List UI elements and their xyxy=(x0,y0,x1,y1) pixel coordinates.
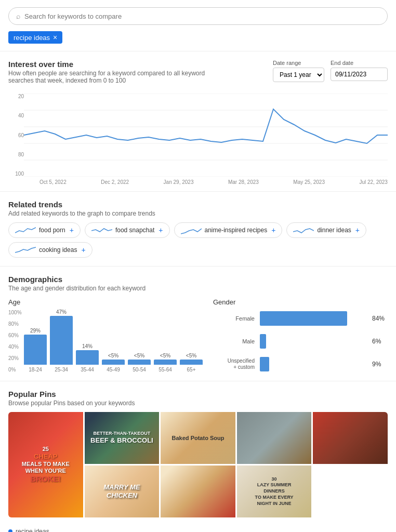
popular-pins-title: Popular Pins xyxy=(8,390,388,398)
y-label-80: 80 xyxy=(8,152,24,157)
trend-tag-anime-recipes[interactable]: anime-inspired recipes + xyxy=(174,222,283,238)
trend-tag-food-porn[interactable]: food porn + xyxy=(8,222,81,238)
gender-bar-male xyxy=(260,334,266,349)
interest-title: Interest over time xyxy=(8,60,206,69)
gender-row-female: Female 84% xyxy=(213,311,388,326)
date-range-control: Date range Past 1 year xyxy=(273,60,324,82)
gender-bar-female xyxy=(260,311,347,326)
pin-chicken-text: MARRY MECHICKEN xyxy=(103,483,140,499)
gender-label-male: Male xyxy=(213,338,255,344)
age-bar-55-64: <5% 55-64 xyxy=(154,353,177,373)
interest-header: Interest over time How often people are … xyxy=(0,54,396,89)
trend-tag-add-4[interactable]: + xyxy=(81,246,85,254)
gender-pct-female: 84% xyxy=(372,315,388,322)
age-bar-25-34: 47% 25-34 xyxy=(50,309,73,373)
gender-chart: Gender Female 84% Male 6% xyxy=(213,298,388,373)
legend-label: recipe ideas xyxy=(16,528,49,532)
interest-subtitle: How often people are searching for a key… xyxy=(8,70,206,84)
gender-pct-unspecified: 9% xyxy=(372,361,388,368)
trend-tag-label-2: anime-inspired recipes xyxy=(205,227,268,234)
legend-dot xyxy=(8,529,12,532)
date-range-select[interactable]: Past 1 year xyxy=(273,68,324,82)
tag-remove-button[interactable]: × xyxy=(53,33,57,42)
chart-svg xyxy=(24,94,388,178)
pin-flatbread[interactable] xyxy=(161,466,235,517)
x-axis-labels: Oct 5, 2022 Dec 2, 2022 Jan 29, 2023 Mar… xyxy=(24,178,388,185)
pins-grid: 25 CHEAP MEALS TO MAKE WHEN YOU'RE BROKE… xyxy=(8,412,388,517)
end-date-input[interactable] xyxy=(331,68,388,81)
search-bar: ⌕ xyxy=(8,7,388,25)
pin-cheap-meals-text: 25 CHEAP MEALS TO MAKE WHEN YOU'RE BROKE… xyxy=(22,446,70,484)
pin-spinach[interactable] xyxy=(313,412,388,464)
related-trends-title: Related trends xyxy=(8,200,388,209)
trend-tag-label-3: dinner ideas xyxy=(317,227,351,234)
x-label-1: Dec 2, 2022 xyxy=(101,179,129,185)
related-trends-section: Related trends Add related keywords to t… xyxy=(0,194,396,264)
trend-tag-add-0[interactable]: + xyxy=(70,226,74,234)
demographics-title: Demographics xyxy=(8,275,388,284)
x-label-4: May 25, 2023 xyxy=(293,179,325,185)
end-date-control: End date xyxy=(331,60,388,81)
trend-tag-label-1: food snapchat xyxy=(115,227,154,234)
search-input[interactable] xyxy=(24,12,380,20)
gender-bars: Female 84% Male 6% Unspecified+ cust xyxy=(213,311,388,371)
x-label-0: Oct 5, 2022 xyxy=(39,179,67,185)
pin-beef-broccoli-text: BETTER-THAN-TAKEOUTBEEF & BROCCOLI xyxy=(90,431,153,446)
age-bar-65plus: <5% 65+ xyxy=(180,353,203,373)
pin-cheap-meals[interactable]: 25 CHEAP MEALS TO MAKE WHEN YOU'RE BROKE… xyxy=(8,412,83,517)
popular-pins-section: Popular Pins Browse popular Pins based o… xyxy=(0,383,396,524)
y-label-20: 20 xyxy=(8,94,24,99)
age-chart-wrapper: 0% 20% 40% 60% 80% 100% 29% 18-24 xyxy=(8,310,203,373)
pin-soup-text: Baked Potato Soup xyxy=(172,434,225,442)
interest-text: Interest over time How often people are … xyxy=(8,60,206,89)
related-trends-subtitle: Add related keywords to the graph to com… xyxy=(8,210,388,217)
y-axis-labels: 100 80 60 40 20 xyxy=(8,94,24,177)
demo-charts: Age 0% 20% 40% 60% 80% 100% 29% 18-24 xyxy=(8,298,388,373)
tag-label: recipe ideas xyxy=(14,34,50,42)
trend-tags: food porn + food snapchat + anime-inspir… xyxy=(8,222,388,258)
age-chart-title: Age xyxy=(8,298,203,306)
date-range-label: Date range xyxy=(273,60,324,66)
gender-label-unspecified: Unspecified+ custom xyxy=(213,358,255,370)
y-label-40: 40 xyxy=(8,113,24,118)
active-tag: recipe ideas × xyxy=(8,31,62,44)
trend-tag-add-2[interactable]: + xyxy=(271,226,275,234)
gender-label-female: Female xyxy=(213,315,255,322)
search-icon: ⌕ xyxy=(16,12,20,20)
pin-steak[interactable] xyxy=(237,412,312,464)
x-label-2: Jan 29, 2023 xyxy=(164,179,194,185)
age-bar-45-49: <5% 45-49 xyxy=(102,353,125,373)
trend-tag-add-1[interactable]: + xyxy=(159,226,163,234)
age-bar-50-54: <5% 50-54 xyxy=(128,353,151,373)
gender-bar-wrap-male xyxy=(260,334,364,349)
age-bar-35-44: 14% 35-44 xyxy=(76,343,99,373)
chart-body: Oct 5, 2022 Dec 2, 2022 Jan 29, 2023 Mar… xyxy=(24,94,388,185)
age-chart: Age 0% 20% 40% 60% 80% 100% 29% 18-24 xyxy=(8,298,203,373)
trend-tag-add-3[interactable]: + xyxy=(355,226,360,234)
x-label-3: Mar 28, 2023 xyxy=(228,179,259,185)
tags-row: recipe ideas × xyxy=(0,29,396,49)
x-label-5: Jul 22, 2023 xyxy=(359,179,388,185)
demographics-section: Demographics The age and gender distribu… xyxy=(0,269,396,379)
age-bars: 29% 18-24 47% 25-34 14% 35-44 xyxy=(24,310,203,373)
gender-bar-wrap-unspecified xyxy=(260,357,364,371)
trend-tag-dinner-ideas[interactable]: dinner ideas + xyxy=(286,222,366,238)
demographics-subtitle: The age and gender distribution for each… xyxy=(8,285,388,292)
trend-tag-label-0: food porn xyxy=(39,227,65,234)
pin-lazy-text: 30LAZY SUMMERDINNERSTO MAKE EVERYNIGHT I… xyxy=(255,476,294,507)
legend-row: recipe ideas xyxy=(0,524,396,532)
age-y-axis: 0% 20% 40% 60% 80% 100% xyxy=(8,310,22,373)
date-controls: Date range Past 1 year End date xyxy=(273,60,388,82)
trend-tag-cooking-ideas[interactable]: cooking ideas + xyxy=(8,242,93,258)
pin-beef-broccoli[interactable]: BETTER-THAN-TAKEOUTBEEF & BROCCOLI xyxy=(85,412,160,464)
pin-marry-me-chicken[interactable]: MARRY MECHICKEN xyxy=(85,466,160,517)
gender-bar-unspecified xyxy=(260,357,269,371)
pin-baked-potato-soup[interactable]: Baked Potato Soup xyxy=(161,412,235,464)
trend-tag-label-4: cooking ideas xyxy=(39,246,77,254)
trend-tag-food-snapchat[interactable]: food snapchat + xyxy=(85,222,170,238)
gender-pct-male: 6% xyxy=(372,338,388,345)
gender-bar-wrap-female xyxy=(260,311,364,326)
end-date-label: End date xyxy=(331,60,388,66)
pin-lazy-dinners[interactable]: 30LAZY SUMMERDINNERSTO MAKE EVERYNIGHT I… xyxy=(237,466,312,517)
y-label-60: 60 xyxy=(8,132,24,138)
